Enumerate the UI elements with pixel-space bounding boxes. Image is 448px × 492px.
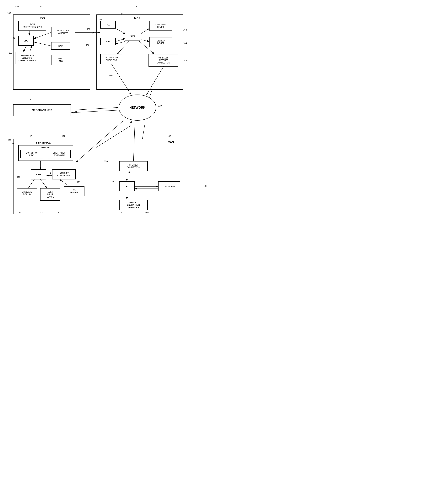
ref-125: 125 xyxy=(184,60,188,62)
ref-162: 162 xyxy=(183,29,187,31)
mcp-user-input: USER INPUT DEVICE xyxy=(149,21,172,31)
mcp-display: DISPLAY DEVICE xyxy=(149,37,172,47)
ref-123-ubd: 123 xyxy=(9,52,12,54)
ref-132: 132 xyxy=(15,88,19,91)
mcp-cpu: CPU xyxy=(125,31,140,41)
terminal-memory-box: MEMORY ENCRYPTION KEYS ENCRYPTION SOFTWA… xyxy=(18,145,73,161)
terminal-rfid-sensor: RFID SENSOR xyxy=(64,186,84,196)
ubd-rfid-tag: RFID TAG xyxy=(51,55,70,65)
ref-150: 150 xyxy=(135,5,138,8)
ref-123-term: 123 xyxy=(10,142,14,145)
svg-line-48 xyxy=(71,107,118,110)
ref-156: 156 xyxy=(98,18,102,21)
terminal-user-input: USER INPUT DEVICE xyxy=(40,188,60,201)
terminal-memory-label: MEMORY xyxy=(41,146,50,149)
terminal-title: TERMINAL xyxy=(36,141,51,144)
ref-120: 120 xyxy=(158,104,162,107)
ref-112: 112 xyxy=(19,211,22,214)
ras-title: RAS xyxy=(168,141,174,144)
ras-database: DATABASE xyxy=(158,181,180,191)
ref-121: 121 xyxy=(77,181,80,183)
ref-144: 144 xyxy=(39,5,42,8)
ref-154: 154 xyxy=(119,13,123,15)
mcp-title: MCP xyxy=(134,16,140,20)
terminal-internet-conn: INTERNET CONNECTION xyxy=(52,169,76,179)
ras-memory-enc: MEMORY ENCRYPTION SOFTWARE xyxy=(119,200,148,210)
ref-114: 114 xyxy=(40,211,44,214)
ubd-rom-enc: ROM ENCRYPTION KEYS xyxy=(18,21,46,31)
ref-160: 160 xyxy=(109,74,112,77)
ubd-title: UBD xyxy=(39,16,45,20)
terminal-cpu: CPU xyxy=(31,169,46,179)
merchant-ubd-box: MERCHANT UBD xyxy=(13,104,71,116)
ref-116: 116 xyxy=(17,176,20,178)
ref-188: 188 xyxy=(203,185,207,187)
mcp-rom: ROM xyxy=(100,38,116,45)
network-ellipse: NETWORK xyxy=(119,94,156,121)
ref-190: 190 xyxy=(104,160,108,163)
diagram: UBD 130 138 144 123 ROM ENCRYPTION KEYS … xyxy=(0,0,224,246)
ref-186: 186 xyxy=(145,211,149,214)
terminal-enc-keys: ENCRYPTION KEYS xyxy=(20,150,43,158)
ref-134: 134 xyxy=(11,37,15,39)
ref-142: 142 xyxy=(39,88,42,91)
ref-122: 122 xyxy=(62,135,65,137)
ref-130p: 130' xyxy=(29,98,32,101)
terminal-standard-display: STANDARD DISPLAY xyxy=(17,188,37,198)
ubd-ram: RAM xyxy=(51,42,70,50)
ref-164: 164 xyxy=(183,42,187,44)
ref-158: 158 xyxy=(87,28,90,30)
ref-118: 118 xyxy=(8,139,11,141)
ref-138: 138 xyxy=(7,12,11,14)
mcp-wireless-internet: WIRELESS INTERNET CONNECTION xyxy=(149,54,178,67)
ref-110: 110 xyxy=(29,135,32,137)
ref-184: 184 xyxy=(119,211,123,214)
ubd-fingerprint: FINGERPRINT SENSOR OR OTHER BIOMETRIC xyxy=(15,52,40,64)
svg-line-49 xyxy=(71,110,118,113)
ras-cpu: CPU xyxy=(119,181,135,191)
ubd-cpu: CPU xyxy=(18,36,34,46)
ras-internet-conn: INTERNET CONNECTION xyxy=(119,161,148,171)
mcp-bluetooth: BLUETOOTH WIRELESS xyxy=(100,54,123,64)
ref-130: 130 xyxy=(15,5,19,8)
ref-143: 143 xyxy=(58,211,61,214)
ref-182: 182 xyxy=(110,180,114,183)
ref-136: 136 xyxy=(86,44,89,46)
ubd-bluetooth: BLUETOOTH WIRELESS xyxy=(51,27,75,37)
ref-180: 180 xyxy=(167,135,171,137)
mcp-ram: RAM xyxy=(100,21,116,29)
terminal-enc-software: ENCRYPTION SOFTWARE xyxy=(48,150,71,158)
